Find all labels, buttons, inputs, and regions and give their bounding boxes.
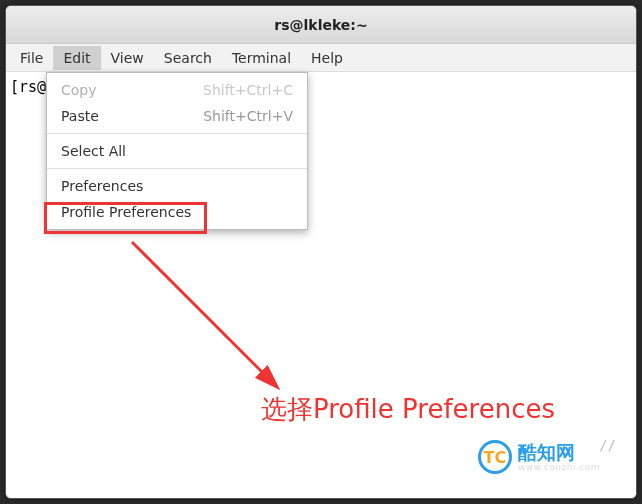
dropdown-paste-shortcut: Shift+Ctrl+V (203, 108, 293, 124)
dropdown-separator-1 (47, 133, 307, 134)
menubar: File Edit View Search Terminal Help (6, 44, 636, 72)
dropdown-copy-label: Copy (61, 82, 97, 98)
watermark-subtitle: www.coozhi.com (518, 463, 600, 473)
menu-terminal[interactable]: Terminal (222, 46, 301, 70)
dropdown-profile-preferences-label: Profile Preferences (61, 204, 191, 220)
menu-file[interactable]: File (10, 46, 53, 70)
terminal-window: rs@lkleke:~ File Edit View Search Termin… (5, 5, 637, 499)
dropdown-copy-shortcut: Shift+Ctrl+C (203, 82, 293, 98)
menu-help[interactable]: Help (301, 46, 353, 70)
watermark-logo: TC 酷知网 www.coozhi.com (478, 440, 600, 474)
terminal-area[interactable]: [rs@l Copy Shift+Ctrl+C Paste Shift+Ctrl… (6, 72, 636, 498)
annotation-text: 选择Profile Preferences (261, 392, 555, 427)
dropdown-profile-preferences[interactable]: Profile Preferences (47, 199, 307, 225)
watermark-title: 酷知网 (518, 442, 600, 463)
dropdown-preferences-label: Preferences (61, 178, 143, 194)
dropdown-preferences[interactable]: Preferences (47, 173, 307, 199)
svg-line-0 (132, 242, 274, 384)
watermark-icon: TC (478, 440, 512, 474)
dropdown-paste[interactable]: Paste Shift+Ctrl+V (47, 103, 307, 129)
window-title: rs@lkleke:~ (274, 17, 367, 33)
titlebar: rs@lkleke:~ (6, 6, 636, 44)
dropdown-select-all-label: Select All (61, 143, 126, 159)
dropdown-separator-2 (47, 168, 307, 169)
menu-view[interactable]: View (101, 46, 154, 70)
dropdown-copy: Copy Shift+Ctrl+C (47, 77, 307, 103)
decorative-slashes: // (599, 437, 616, 453)
menu-edit[interactable]: Edit (53, 46, 100, 70)
dropdown-paste-label: Paste (61, 108, 99, 124)
edit-dropdown: Copy Shift+Ctrl+C Paste Shift+Ctrl+V Sel… (46, 72, 308, 230)
dropdown-select-all[interactable]: Select All (47, 138, 307, 164)
menu-search[interactable]: Search (154, 46, 222, 70)
annotation-arrow (124, 234, 304, 414)
